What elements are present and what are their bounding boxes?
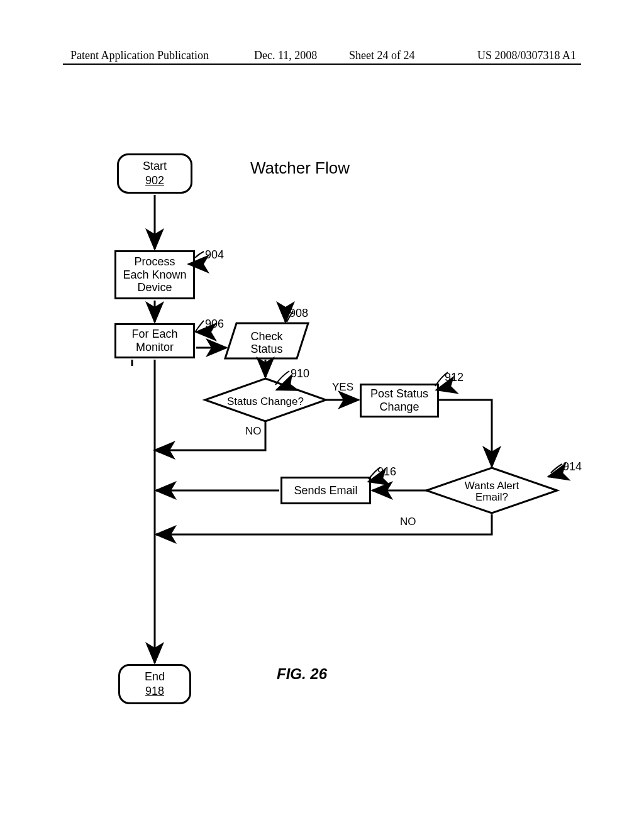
flow-connectors <box>0 0 644 830</box>
svg-line-12 <box>548 475 553 477</box>
svg-line-11 <box>436 389 441 390</box>
svg-line-9 <box>277 387 283 390</box>
svg-line-14 <box>369 480 374 482</box>
